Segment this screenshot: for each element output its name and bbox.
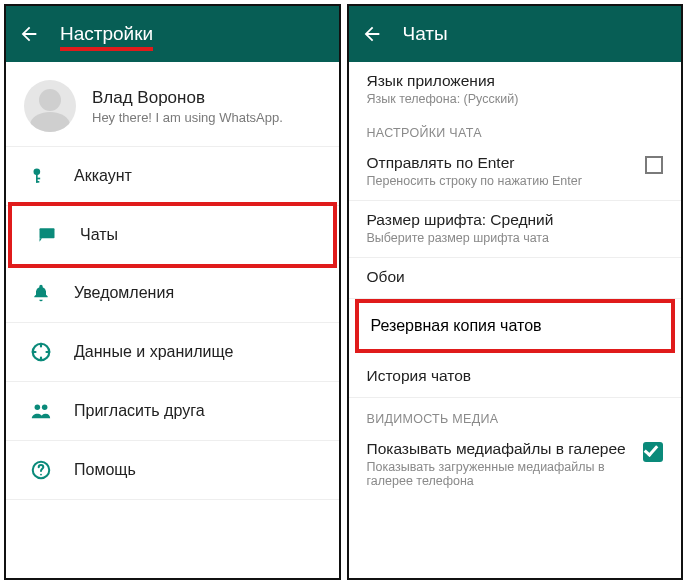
settings-item-label: Пригласить друга <box>74 402 205 420</box>
svg-point-9 <box>40 474 42 476</box>
settings-item-help[interactable]: Помощь <box>6 441 339 500</box>
settings-screen: Настройки Влад Воронов Hey there! I am u… <box>4 4 341 580</box>
settings-item-label: Чаты <box>80 226 118 244</box>
settings-item-invite[interactable]: Пригласить друга <box>6 382 339 441</box>
profile-texts: Влад Воронов Hey there! I am using Whats… <box>92 88 283 125</box>
back-arrow-icon[interactable] <box>361 23 383 45</box>
svg-rect-2 <box>36 178 40 180</box>
checkbox-unchecked[interactable] <box>645 156 663 174</box>
avatar <box>24 80 76 132</box>
category-chat-settings: НАСТРОЙКИ ЧАТА <box>349 118 682 144</box>
profile-row[interactable]: Влад Воронов Hey there! I am using Whats… <box>6 62 339 147</box>
svg-rect-3 <box>36 181 39 183</box>
chats-body: Язык приложения Язык телефона: (Русский)… <box>349 62 682 578</box>
row-font-size[interactable]: Размер шрифта: Средний Выберите размер ш… <box>349 201 682 258</box>
row-wallpaper[interactable]: Обои <box>349 258 682 299</box>
settings-body: Влад Воронов Hey there! I am using Whats… <box>6 62 339 578</box>
back-arrow-icon[interactable] <box>18 23 40 45</box>
profile-status: Hey there! I am using WhatsApp. <box>92 110 283 125</box>
row-secondary: Выберите размер шрифта чата <box>367 231 664 245</box>
row-media-visibility[interactable]: Показывать медиафайлы в галерее Показыва… <box>349 430 682 500</box>
settings-item-label: Помощь <box>74 461 136 479</box>
row-primary: Язык приложения <box>367 72 664 90</box>
chats-settings-screen: Чаты Язык приложения Язык телефона: (Рус… <box>347 4 684 580</box>
appbar-chats: Чаты <box>349 6 682 62</box>
row-primary: Размер шрифта: Средний <box>367 211 664 229</box>
settings-item-data[interactable]: Данные и хранилище <box>6 323 339 382</box>
svg-point-6 <box>35 405 41 411</box>
page-title: Настройки <box>60 23 153 45</box>
row-primary: Обои <box>367 268 664 286</box>
checkbox-checked[interactable] <box>643 442 663 462</box>
row-chat-history[interactable]: История чатов <box>349 357 682 397</box>
chat-icon <box>36 224 58 246</box>
svg-point-7 <box>42 405 47 411</box>
row-primary: Показывать медиафайлы в галерее <box>367 440 636 458</box>
page-title: Чаты <box>403 23 448 45</box>
data-icon <box>30 341 52 363</box>
row-enter-to-send[interactable]: Отправлять по Enter Переносить строку по… <box>349 144 682 201</box>
settings-item-chats[interactable]: Чаты <box>8 202 337 268</box>
settings-item-notifications[interactable]: Уведомления <box>6 264 339 323</box>
row-secondary: Язык телефона: (Русский) <box>367 92 664 106</box>
category-media-visibility: ВИДИМОСТЬ МЕДИА <box>349 397 682 430</box>
appbar-settings: Настройки <box>6 6 339 62</box>
row-primary: История чатов <box>367 367 664 385</box>
row-secondary: Переносить строку по нажатию Enter <box>367 174 638 188</box>
row-chat-backup[interactable]: Резервная копия чатов <box>355 299 676 353</box>
key-icon <box>30 165 52 187</box>
profile-name: Влад Воронов <box>92 88 283 108</box>
help-icon <box>30 459 52 481</box>
row-primary: Резервная копия чатов <box>371 317 660 335</box>
row-app-language[interactable]: Язык приложения Язык телефона: (Русский) <box>349 62 682 118</box>
bell-icon <box>30 282 52 304</box>
settings-item-label: Уведомления <box>74 284 174 302</box>
row-primary: Отправлять по Enter <box>367 154 638 172</box>
row-secondary: Показывать загруженные медиафайлы в гале… <box>367 460 636 488</box>
settings-item-label: Аккаунт <box>74 167 132 185</box>
settings-item-account[interactable]: Аккаунт <box>6 147 339 206</box>
settings-item-label: Данные и хранилище <box>74 343 233 361</box>
invite-icon <box>30 400 52 422</box>
svg-rect-4 <box>40 228 55 238</box>
